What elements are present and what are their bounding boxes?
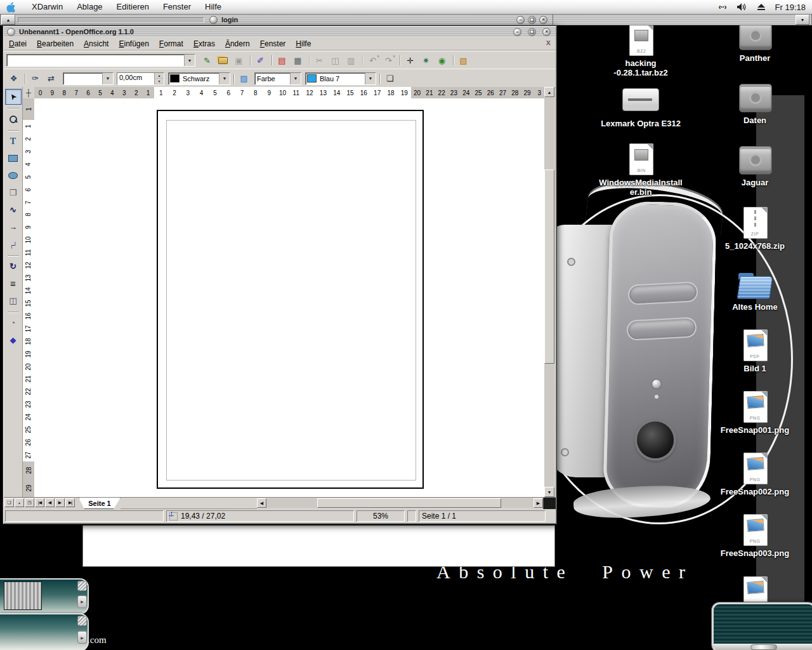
line-color-combobox[interactable]: Schwarz ▼	[168, 72, 230, 85]
document-page[interactable]	[157, 110, 424, 489]
openoffice-window[interactable]: Unbenannt1 - OpenOffice.org 1.1.0 – ▢ × …	[3, 25, 557, 524]
desktop-icon-freesnap003[interactable]: PNG FreeSnap003.png	[704, 514, 806, 559]
ellipse-tool-button[interactable]	[5, 168, 22, 183]
paste-button[interactable]	[344, 53, 358, 67]
drawer-handle-button[interactable]: ▶	[77, 595, 87, 608]
dropdown-arrow-icon[interactable]: ▼	[102, 73, 113, 84]
export-pdf-button[interactable]	[275, 53, 289, 67]
minimize-button[interactable]: –	[513, 28, 521, 36]
line-style-combobox[interactable]: ▼	[63, 72, 114, 85]
teal-window-bottom-right[interactable]	[712, 602, 812, 650]
mac-menu-item[interactable]: Fenster	[156, 0, 198, 14]
horizontal-scrollbar[interactable]	[714, 644, 812, 650]
undo-button[interactable]	[365, 53, 380, 67]
window-resize-corner[interactable]	[543, 498, 556, 509]
drawer-handle-button[interactable]: ▶	[77, 631, 87, 644]
page-mode-button[interactable]	[4, 498, 14, 507]
controller-3d-tool-button[interactable]	[5, 332, 22, 348]
print-file-button[interactable]	[291, 53, 305, 67]
scrollbar-thumb[interactable]	[544, 169, 554, 364]
document-close-button[interactable]: x	[546, 38, 551, 46]
alignment-tool-button[interactable]	[5, 275, 22, 291]
teal-drawer-window-top[interactable]: ▶	[0, 578, 89, 614]
desktop-icon-jaguar[interactable]: Jaguar	[704, 143, 806, 188]
drawer-grip[interactable]	[77, 616, 87, 626]
page-tab[interactable]: Seite 1	[79, 498, 121, 509]
gallery-button[interactable]	[456, 53, 471, 67]
menu-item[interactable]: Bearbeiten	[32, 38, 79, 50]
desktop-icon-panther[interactable]: Panther	[704, 19, 806, 63]
volume-icon[interactable]	[737, 3, 747, 11]
curve-tool-button[interactable]	[5, 202, 22, 218]
edit-points-button[interactable]	[6, 72, 21, 86]
mac-menu-item[interactable]: Ablage	[70, 0, 109, 14]
line-dialog-button[interactable]	[28, 72, 43, 86]
desktop-icon-freesnap001[interactable]: PNG FreeSnap001.png	[704, 391, 806, 435]
arrange-tool-button[interactable]	[5, 293, 22, 308]
menu-item[interactable]: Extras	[188, 38, 220, 50]
menu-item[interactable]: Datei	[4, 38, 32, 50]
close-button[interactable]: ×	[539, 16, 547, 24]
scroll-down-button[interactable]: ▼	[544, 487, 554, 497]
drawing-canvas[interactable]	[34, 98, 546, 497]
background-white-window[interactable]	[82, 525, 555, 567]
background-window-titlebar[interactable]: ▼	[553, 14, 812, 25]
spin-down-icon[interactable]: ▼	[155, 79, 164, 84]
mac-menu-item[interactable]: Hilfe	[198, 0, 228, 14]
teal-drawer-window-bottom[interactable]: ▶	[0, 613, 89, 650]
ooo-titlebar[interactable]: Unbenannt1 - OpenOffice.org 1.1.0 – ▢ ×	[4, 27, 556, 37]
previous-page-button[interactable]	[45, 498, 55, 507]
menu-item[interactable]: Fenster	[255, 38, 291, 50]
windowshade-button[interactable]: ▼	[796, 15, 809, 25]
vertical-scrollbar[interactable]: ▲ ▼	[544, 87, 554, 497]
master-page-mode-button[interactable]	[15, 498, 24, 507]
insert-text-tool-button[interactable]	[5, 133, 22, 149]
area-style-button[interactable]	[237, 72, 251, 86]
line-width-value[interactable]: 0,00cm	[117, 73, 154, 84]
dropdown-arrow-icon[interactable]: ▼	[290, 73, 301, 84]
dropdown-arrow-icon[interactable]: ▼	[219, 73, 230, 84]
menu-item[interactable]: Einfügen	[114, 38, 154, 50]
desktop-icon-hacking-archive[interactable]: .BZ2 hacking -0.28.1.tar.bz2	[590, 24, 691, 78]
new-document-button[interactable]	[200, 53, 214, 67]
minimize-button[interactable]: –	[516, 16, 525, 24]
last-page-button[interactable]	[65, 498, 75, 507]
network-status-icon[interactable]: ‹··›	[719, 3, 726, 11]
menu-item[interactable]: Ändern	[220, 38, 255, 50]
first-page-button[interactable]	[35, 498, 44, 507]
eject-icon[interactable]	[757, 4, 765, 11]
dropdown-arrow-icon[interactable]: ▼	[365, 73, 376, 84]
save-document-button[interactable]	[232, 53, 246, 67]
menu-item[interactable]: Format	[154, 38, 188, 50]
status-zoom-field[interactable]: 53%	[357, 510, 405, 522]
login-window-titlebar[interactable]: ▲ login – ▢ ×	[0, 14, 553, 25]
line-width-spinner[interactable]: 0,00cm ▲▼	[117, 72, 164, 85]
zoom-button[interactable]	[419, 53, 433, 67]
maximize-button[interactable]: ▢	[528, 28, 536, 36]
mac-menu-item[interactable]: Editieren	[110, 0, 156, 14]
connector-tool-button[interactable]	[5, 236, 22, 252]
maximize-button[interactable]: ▢	[528, 16, 536, 24]
desktop-icon-windowsmedia-installer[interactable]: .BIN WindowsMediaInstall er.bin	[590, 143, 691, 197]
layer-mode-button[interactable]	[25, 498, 34, 507]
menu-item[interactable]: Hilfe	[291, 38, 316, 50]
scroll-up-button[interactable]: ▲	[544, 87, 554, 97]
fill-color-combobox[interactable]: Blau 7 ▼	[305, 72, 376, 85]
windowshade-button[interactable]: ▲	[1, 15, 15, 25]
desktop-icon-lexmark-printer[interactable]: Lexmark Optra E312	[590, 84, 691, 129]
spin-up-icon[interactable]: ▲	[155, 73, 164, 79]
lines-arrows-tool-button[interactable]	[5, 219, 22, 235]
navigator-button[interactable]	[403, 53, 417, 67]
rectangle-tool-button[interactable]	[5, 150, 22, 166]
scrollbar-thumb[interactable]	[317, 498, 501, 508]
close-button[interactable]: ×	[542, 28, 551, 36]
open-document-button[interactable]	[216, 53, 230, 67]
objects-3d-tool-button[interactable]	[5, 185, 22, 201]
titlebar-bead[interactable]	[7, 28, 15, 36]
next-page-button[interactable]	[55, 498, 65, 507]
insert-object-tool-button[interactable]	[5, 315, 22, 331]
desktop-icon-zip-archive[interactable]: ZIP 5_1024x768.zip	[704, 207, 806, 251]
apple-menu[interactable]	[6, 2, 16, 13]
edit-file-button[interactable]	[253, 53, 268, 67]
scroll-right-button[interactable]: ▶	[534, 498, 543, 508]
